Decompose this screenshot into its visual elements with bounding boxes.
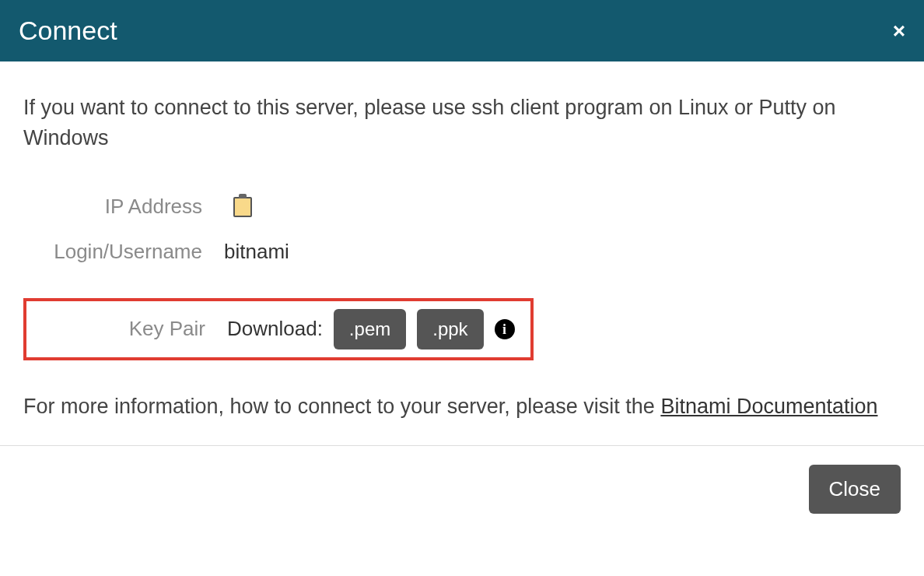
modal-header: Connect × <box>0 0 924 61</box>
modal-body: If you want to connect to this server, p… <box>0 61 924 445</box>
login-username-text: bitnami <box>224 237 289 267</box>
keypair-row-highlight: Key Pair Download: .pem .ppk i <box>23 298 534 360</box>
clipboard-icon[interactable] <box>233 197 252 217</box>
info-grid: IP Address Login/Username bitnami <box>23 192 901 266</box>
login-username-value: bitnami <box>224 237 901 267</box>
modal-footer: Close <box>0 445 924 532</box>
ip-address-label: IP Address <box>23 192 202 222</box>
documentation-link[interactable]: Bitnami Documentation <box>660 395 877 418</box>
footer-info-text: For more information, how to connect to … <box>23 392 901 422</box>
close-icon[interactable]: × <box>893 19 905 44</box>
download-ppk-button[interactable]: .ppk <box>417 309 483 349</box>
close-button[interactable]: Close <box>809 465 901 514</box>
intro-text: If you want to connect to this server, p… <box>23 93 901 153</box>
info-icon[interactable]: i <box>495 319 515 339</box>
ip-address-value <box>224 197 901 217</box>
footer-text-pre: For more information, how to connect to … <box>23 395 660 418</box>
download-label: Download: <box>227 314 323 344</box>
modal-title: Connect <box>19 16 117 46</box>
download-pem-button[interactable]: .pem <box>334 309 406 349</box>
keypair-label: Key Pair <box>26 314 205 344</box>
login-username-label: Login/Username <box>23 237 202 267</box>
